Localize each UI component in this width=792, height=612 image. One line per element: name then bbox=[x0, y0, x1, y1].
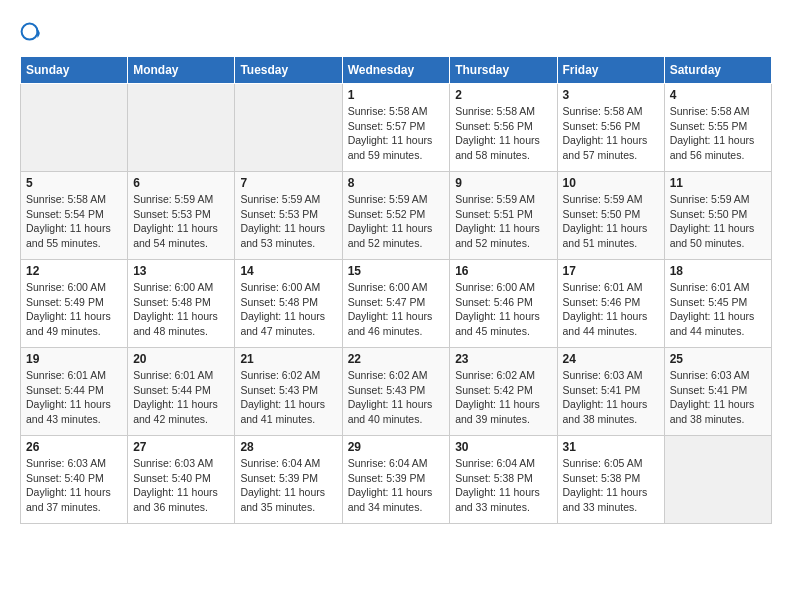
day-info: Sunrise: 6:01 AMSunset: 5:44 PMDaylight:… bbox=[133, 368, 229, 427]
day-info: Sunrise: 6:01 AMSunset: 5:46 PMDaylight:… bbox=[563, 280, 659, 339]
day-number: 17 bbox=[563, 264, 659, 278]
page-header bbox=[20, 20, 772, 46]
day-info: Sunrise: 5:58 AMSunset: 5:56 PMDaylight:… bbox=[563, 104, 659, 163]
calendar-cell: 30Sunrise: 6:04 AMSunset: 5:38 PMDayligh… bbox=[450, 436, 557, 524]
day-number: 24 bbox=[563, 352, 659, 366]
day-number: 12 bbox=[26, 264, 122, 278]
day-info: Sunrise: 6:03 AMSunset: 5:41 PMDaylight:… bbox=[670, 368, 766, 427]
calendar-cell: 4Sunrise: 5:58 AMSunset: 5:55 PMDaylight… bbox=[664, 84, 771, 172]
calendar-cell: 8Sunrise: 5:59 AMSunset: 5:52 PMDaylight… bbox=[342, 172, 450, 260]
day-number: 6 bbox=[133, 176, 229, 190]
calendar-cell: 13Sunrise: 6:00 AMSunset: 5:48 PMDayligh… bbox=[128, 260, 235, 348]
day-info: Sunrise: 5:59 AMSunset: 5:51 PMDaylight:… bbox=[455, 192, 551, 251]
calendar-cell: 3Sunrise: 5:58 AMSunset: 5:56 PMDaylight… bbox=[557, 84, 664, 172]
week-row-4: 19Sunrise: 6:01 AMSunset: 5:44 PMDayligh… bbox=[21, 348, 772, 436]
day-info: Sunrise: 6:02 AMSunset: 5:42 PMDaylight:… bbox=[455, 368, 551, 427]
day-info: Sunrise: 6:04 AMSunset: 5:38 PMDaylight:… bbox=[455, 456, 551, 515]
day-header-friday: Friday bbox=[557, 57, 664, 84]
day-number: 20 bbox=[133, 352, 229, 366]
calendar-cell bbox=[128, 84, 235, 172]
day-info: Sunrise: 6:03 AMSunset: 5:40 PMDaylight:… bbox=[133, 456, 229, 515]
day-number: 22 bbox=[348, 352, 445, 366]
calendar-cell: 24Sunrise: 6:03 AMSunset: 5:41 PMDayligh… bbox=[557, 348, 664, 436]
day-info: Sunrise: 6:00 AMSunset: 5:48 PMDaylight:… bbox=[133, 280, 229, 339]
day-info: Sunrise: 6:02 AMSunset: 5:43 PMDaylight:… bbox=[240, 368, 336, 427]
day-number: 23 bbox=[455, 352, 551, 366]
calendar-cell: 23Sunrise: 6:02 AMSunset: 5:42 PMDayligh… bbox=[450, 348, 557, 436]
calendar-cell: 19Sunrise: 6:01 AMSunset: 5:44 PMDayligh… bbox=[21, 348, 128, 436]
calendar-cell: 5Sunrise: 5:58 AMSunset: 5:54 PMDaylight… bbox=[21, 172, 128, 260]
calendar-cell: 26Sunrise: 6:03 AMSunset: 5:40 PMDayligh… bbox=[21, 436, 128, 524]
calendar-cell bbox=[664, 436, 771, 524]
calendar-cell: 15Sunrise: 6:00 AMSunset: 5:47 PMDayligh… bbox=[342, 260, 450, 348]
day-number: 27 bbox=[133, 440, 229, 454]
day-info: Sunrise: 6:00 AMSunset: 5:47 PMDaylight:… bbox=[348, 280, 445, 339]
calendar-cell bbox=[21, 84, 128, 172]
calendar-cell: 7Sunrise: 5:59 AMSunset: 5:53 PMDaylight… bbox=[235, 172, 342, 260]
calendar-cell: 10Sunrise: 5:59 AMSunset: 5:50 PMDayligh… bbox=[557, 172, 664, 260]
calendar-cell: 14Sunrise: 6:00 AMSunset: 5:48 PMDayligh… bbox=[235, 260, 342, 348]
day-header-wednesday: Wednesday bbox=[342, 57, 450, 84]
calendar-cell: 21Sunrise: 6:02 AMSunset: 5:43 PMDayligh… bbox=[235, 348, 342, 436]
day-number: 11 bbox=[670, 176, 766, 190]
calendar-cell: 2Sunrise: 5:58 AMSunset: 5:56 PMDaylight… bbox=[450, 84, 557, 172]
logo bbox=[20, 20, 48, 46]
week-row-5: 26Sunrise: 6:03 AMSunset: 5:40 PMDayligh… bbox=[21, 436, 772, 524]
calendar-cell: 29Sunrise: 6:04 AMSunset: 5:39 PMDayligh… bbox=[342, 436, 450, 524]
calendar-table: SundayMondayTuesdayWednesdayThursdayFrid… bbox=[20, 56, 772, 524]
day-info: Sunrise: 6:02 AMSunset: 5:43 PMDaylight:… bbox=[348, 368, 445, 427]
day-number: 5 bbox=[26, 176, 122, 190]
day-header-sunday: Sunday bbox=[21, 57, 128, 84]
day-number: 28 bbox=[240, 440, 336, 454]
calendar-body: 1Sunrise: 5:58 AMSunset: 5:57 PMDaylight… bbox=[21, 84, 772, 524]
day-info: Sunrise: 5:59 AMSunset: 5:52 PMDaylight:… bbox=[348, 192, 445, 251]
day-header-tuesday: Tuesday bbox=[235, 57, 342, 84]
week-row-3: 12Sunrise: 6:00 AMSunset: 5:49 PMDayligh… bbox=[21, 260, 772, 348]
calendar-cell: 11Sunrise: 5:59 AMSunset: 5:50 PMDayligh… bbox=[664, 172, 771, 260]
day-number: 26 bbox=[26, 440, 122, 454]
day-number: 21 bbox=[240, 352, 336, 366]
day-info: Sunrise: 6:00 AMSunset: 5:46 PMDaylight:… bbox=[455, 280, 551, 339]
calendar-cell: 1Sunrise: 5:58 AMSunset: 5:57 PMDaylight… bbox=[342, 84, 450, 172]
day-number: 3 bbox=[563, 88, 659, 102]
week-row-2: 5Sunrise: 5:58 AMSunset: 5:54 PMDaylight… bbox=[21, 172, 772, 260]
day-info: Sunrise: 5:59 AMSunset: 5:50 PMDaylight:… bbox=[563, 192, 659, 251]
day-info: Sunrise: 5:59 AMSunset: 5:50 PMDaylight:… bbox=[670, 192, 766, 251]
svg-point-0 bbox=[22, 24, 38, 40]
day-number: 14 bbox=[240, 264, 336, 278]
day-header-saturday: Saturday bbox=[664, 57, 771, 84]
calendar-cell: 27Sunrise: 6:03 AMSunset: 5:40 PMDayligh… bbox=[128, 436, 235, 524]
week-row-1: 1Sunrise: 5:58 AMSunset: 5:57 PMDaylight… bbox=[21, 84, 772, 172]
calendar-cell: 12Sunrise: 6:00 AMSunset: 5:49 PMDayligh… bbox=[21, 260, 128, 348]
day-info: Sunrise: 6:03 AMSunset: 5:40 PMDaylight:… bbox=[26, 456, 122, 515]
day-info: Sunrise: 6:04 AMSunset: 5:39 PMDaylight:… bbox=[348, 456, 445, 515]
day-info: Sunrise: 5:58 AMSunset: 5:55 PMDaylight:… bbox=[670, 104, 766, 163]
day-number: 19 bbox=[26, 352, 122, 366]
day-number: 18 bbox=[670, 264, 766, 278]
calendar-cell: 16Sunrise: 6:00 AMSunset: 5:46 PMDayligh… bbox=[450, 260, 557, 348]
day-header-thursday: Thursday bbox=[450, 57, 557, 84]
logo-icon bbox=[20, 22, 44, 46]
day-info: Sunrise: 6:00 AMSunset: 5:48 PMDaylight:… bbox=[240, 280, 336, 339]
day-number: 8 bbox=[348, 176, 445, 190]
day-number: 13 bbox=[133, 264, 229, 278]
day-info: Sunrise: 5:59 AMSunset: 5:53 PMDaylight:… bbox=[240, 192, 336, 251]
calendar-header: SundayMondayTuesdayWednesdayThursdayFrid… bbox=[21, 57, 772, 84]
day-number: 2 bbox=[455, 88, 551, 102]
header-row: SundayMondayTuesdayWednesdayThursdayFrid… bbox=[21, 57, 772, 84]
day-number: 25 bbox=[670, 352, 766, 366]
day-header-monday: Monday bbox=[128, 57, 235, 84]
day-number: 16 bbox=[455, 264, 551, 278]
day-info: Sunrise: 5:58 AMSunset: 5:56 PMDaylight:… bbox=[455, 104, 551, 163]
calendar-cell bbox=[235, 84, 342, 172]
day-info: Sunrise: 6:01 AMSunset: 5:45 PMDaylight:… bbox=[670, 280, 766, 339]
day-number: 29 bbox=[348, 440, 445, 454]
day-info: Sunrise: 6:01 AMSunset: 5:44 PMDaylight:… bbox=[26, 368, 122, 427]
day-info: Sunrise: 5:59 AMSunset: 5:53 PMDaylight:… bbox=[133, 192, 229, 251]
day-number: 31 bbox=[563, 440, 659, 454]
day-info: Sunrise: 5:58 AMSunset: 5:54 PMDaylight:… bbox=[26, 192, 122, 251]
calendar-cell: 9Sunrise: 5:59 AMSunset: 5:51 PMDaylight… bbox=[450, 172, 557, 260]
day-number: 9 bbox=[455, 176, 551, 190]
calendar-cell: 22Sunrise: 6:02 AMSunset: 5:43 PMDayligh… bbox=[342, 348, 450, 436]
day-info: Sunrise: 6:00 AMSunset: 5:49 PMDaylight:… bbox=[26, 280, 122, 339]
